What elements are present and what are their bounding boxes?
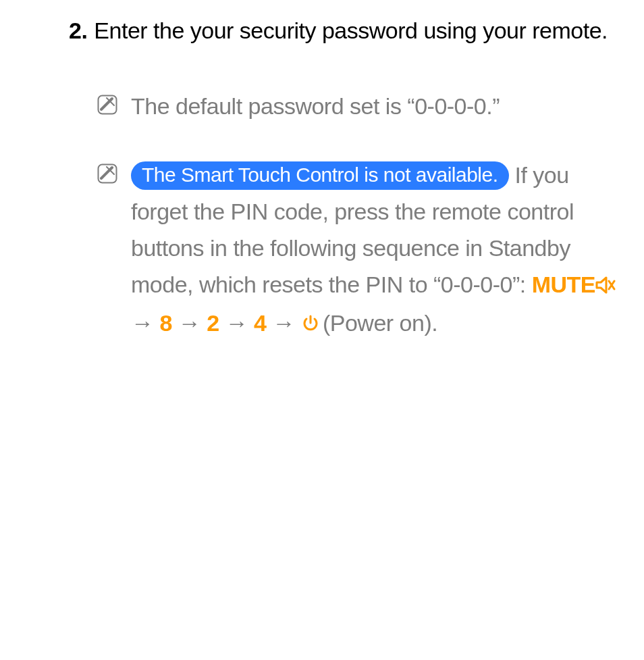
- power-icon: [301, 307, 320, 343]
- arrow-icon: →: [131, 310, 159, 336]
- svg-line-1: [101, 99, 112, 109]
- sequence-mute-label: MUTE: [532, 272, 595, 297]
- note-icon: [97, 95, 117, 118]
- arrow-icon: →: [172, 310, 207, 336]
- note-item: The default password set is “0-0-0-0.”: [97, 88, 617, 124]
- sequence-key-2: 2: [207, 310, 219, 336]
- arrow-icon: →: [267, 310, 301, 336]
- note-text: The default password set is “0-0-0-0.”: [131, 88, 500, 124]
- note-item: The Smart Touch Control is not available…: [97, 157, 617, 343]
- availability-badge: The Smart Touch Control is not available…: [131, 161, 509, 190]
- svg-line-4: [101, 168, 112, 178]
- sequence-key-8: 8: [159, 310, 171, 336]
- note-body: The Smart Touch Control is not available…: [131, 157, 617, 343]
- mute-icon: [595, 268, 616, 305]
- manual-page: 2. Enter the your security password usin…: [0, 0, 644, 343]
- step-item: 2. Enter the your security password usin…: [69, 12, 617, 49]
- sequence-key-4: 4: [254, 310, 266, 336]
- arrow-icon: →: [219, 310, 254, 336]
- power-on-label: (Power on).: [323, 310, 437, 336]
- note-icon: [97, 163, 117, 186]
- step-text: Enter the your security password using y…: [94, 12, 608, 49]
- step-number: 2.: [69, 12, 87, 49]
